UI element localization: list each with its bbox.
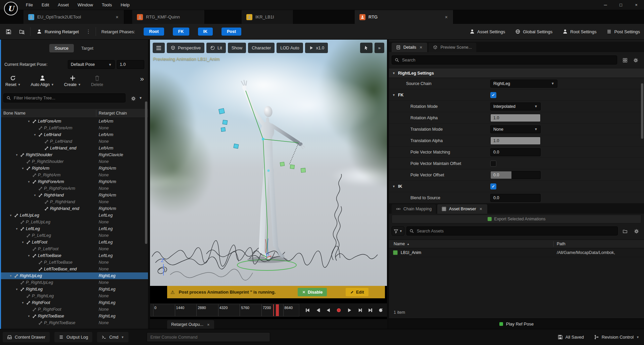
details-search-input[interactable] — [392, 58, 617, 62]
menu-file[interactable]: File — [21, 0, 37, 10]
play-reverse-button[interactable] — [324, 305, 333, 315]
asset-settings-button[interactable]: Asset Settings — [469, 29, 505, 34]
source-chain-dropdown[interactable]: RightLeg▼ — [490, 80, 557, 88]
global-settings-button[interactable]: Global Settings — [515, 29, 552, 34]
editor-tab-rtg[interactable]: RTG× — [355, 10, 453, 24]
bone-row-rightforearm[interactable]: ▼RightForeArmRightArm — [0, 178, 148, 185]
editor-tab-ikr-lb1i[interactable]: IKR_LB1I — [242, 10, 293, 24]
menu-tools[interactable]: Tools — [97, 0, 116, 10]
browse-folder-button[interactable] — [621, 227, 629, 235]
playhead[interactable] — [276, 304, 279, 316]
asset-search-input[interactable] — [407, 229, 617, 233]
hierarchy-filter-input[interactable] — [4, 96, 125, 100]
phase-root-button[interactable]: Root — [144, 28, 164, 36]
menu-asset[interactable]: Asset — [53, 0, 73, 10]
disable-button[interactable]: Disable — [298, 288, 327, 296]
delete-button[interactable]: Delete — [91, 75, 103, 87]
bone-row-leftupleg[interactable]: ▼LeftUpLegLeftLeg — [0, 212, 148, 219]
editor-tab-rtg-kmf-quinn[interactable]: RTG_KMF-Quinn — [132, 10, 205, 24]
column-path[interactable]: Path — [557, 242, 565, 246]
bone-row-p-rightshoulder[interactable]: P_RightShoulderNone — [0, 158, 148, 165]
expand-arrow-icon[interactable]: ▼ — [15, 154, 20, 157]
pole-vector-maintain-offset-checkbox[interactable] — [490, 161, 496, 167]
record-button[interactable] — [334, 305, 344, 315]
tab-source[interactable]: Source — [49, 44, 74, 52]
close-icon[interactable]: × — [479, 206, 483, 212]
go-to-start-button[interactable] — [303, 305, 312, 315]
vp-lod-auto-button[interactable]: LOD Auto — [277, 43, 303, 53]
chevron-down-icon[interactable]: ▼ — [392, 185, 395, 188]
export-selected-animations-button[interactable]: Export Selected Animations — [392, 215, 641, 223]
bone-row-leftleg[interactable]: ▼LeftLegLeftLeg — [0, 225, 148, 232]
close-icon[interactable]: × — [419, 45, 423, 50]
rotation-alpha-slider[interactable]: 1.0 — [490, 114, 541, 122]
pose-scale-field[interactable]: 1.0 — [117, 60, 144, 69]
content-drawer-button[interactable]: Content Drawer — [3, 332, 50, 342]
rotation-mode-dropdown[interactable]: Interpolated▼ — [490, 102, 541, 111]
details-scrollbar[interactable] — [641, 83, 643, 139]
loop-button[interactable] — [376, 305, 386, 315]
menu-help[interactable]: Help — [116, 0, 134, 10]
timeline-ruler[interactable]: 0144028804320576072008640 — [151, 304, 299, 316]
editor-tab-eu-optitrack2uetool[interactable]: EU_OptiTrack2UETool× — [23, 10, 124, 24]
bone-row-p-leftfoot[interactable]: P_LeftFootNone — [0, 246, 148, 252]
ik-target-cubes-cyan[interactable] — [219, 108, 239, 148]
menu-edit[interactable]: Edit — [37, 0, 53, 10]
bone-row-p-rightleg[interactable]: P_RightLegNone — [0, 293, 148, 299]
reset-button[interactable]: Reset▼ — [5, 75, 21, 87]
close-icon[interactable]: × — [444, 14, 448, 20]
expand-arrow-icon[interactable]: ▼ — [34, 133, 38, 136]
retarget-output-tab[interactable]: Retarget Outpu... × — [167, 320, 214, 329]
step-back-button[interactable] — [313, 305, 323, 315]
translation-alpha-slider[interactable]: 1.0 — [490, 137, 541, 145]
vp-perspective-button[interactable]: Perspective — [167, 43, 204, 53]
bone-row-p-lefthand[interactable]: P_LeftHandNone — [0, 138, 148, 145]
bone-row-p-rightforearm[interactable]: P_RightForeArmNone — [0, 185, 148, 192]
expand-arrow-icon[interactable]: ▼ — [15, 288, 20, 291]
vp-x1-0-button[interactable]: x1.0 — [305, 43, 328, 53]
step-forward-button[interactable] — [355, 305, 364, 315]
toolbar-overflow-button[interactable]: » — [140, 75, 144, 83]
tab-details[interactable]: Details × — [392, 43, 427, 52]
edit-button[interactable]: Edit — [346, 288, 368, 296]
revision-control-button[interactable]: Revision Control ▼ — [594, 335, 639, 340]
close-button[interactable]: × — [629, 0, 644, 10]
column-bone-name[interactable]: Bone Name — [3, 111, 26, 116]
tab-preview-scene[interactable]: Preview Scene... — [429, 43, 476, 52]
bone-row-lefttoebase-end[interactable]: LeftToeBase_endNone — [0, 266, 148, 272]
bone-row-rightshoulder[interactable]: ▼RightShoulderRightClavicle — [0, 152, 148, 158]
expand-arrow-icon[interactable]: ▼ — [15, 227, 20, 230]
tab-asset-browser[interactable]: Asset Browser× — [437, 204, 487, 214]
bone-row-p-lefttoebase[interactable]: P_LeftToeBaseNone — [0, 259, 148, 266]
output-log-button[interactable]: Output Log — [54, 332, 92, 342]
bone-row-rightfoot[interactable]: ▼RightFootRightLeg — [0, 299, 148, 306]
tree-scrollbar[interactable] — [145, 101, 147, 244]
save-button[interactable] — [3, 27, 13, 37]
column-retarget-chain[interactable]: Retarget Chain — [99, 111, 127, 116]
bone-row-rightupleg[interactable]: ▼RightUpLegRightLeg — [0, 272, 148, 279]
retarget-pose-dropdown[interactable]: Default Pose▼ — [68, 60, 115, 69]
bone-row-leftfoot[interactable]: ▼LeftFootLeftLeg — [0, 239, 148, 246]
blend-to-source-field[interactable]: 0.0 — [490, 194, 541, 202]
chevron-down-icon[interactable]: ▼ — [392, 93, 395, 97]
tab-target[interactable]: Target — [76, 44, 99, 52]
expand-arrow-icon[interactable]: ▼ — [9, 274, 14, 277]
character-mannequin[interactable] — [241, 80, 305, 258]
bone-row-righthand-end[interactable]: RightHand_endRightArm — [0, 205, 148, 212]
console-command-input[interactable] — [147, 335, 270, 340]
bone-row-rightarm[interactable]: ▼RightArmRightArm — [0, 165, 148, 172]
asset-row-lb1i-anim[interactable]: LB1I_Anim/All/Game/MocapData/Lombok, — [389, 248, 644, 257]
viewport-overflow-button[interactable]: » — [375, 43, 384, 53]
pole-vector-matching-field[interactable]: 0.0 — [490, 148, 541, 156]
auto-align-button[interactable]: Auto Align▼ — [31, 75, 54, 87]
running-retarget-button[interactable]: Running Retarget — [34, 27, 82, 36]
fk-checkbox[interactable]: ✓ — [490, 92, 496, 98]
expand-arrow-icon[interactable]: ▼ — [28, 180, 32, 183]
phase-post-button[interactable]: Post — [221, 28, 241, 36]
chevron-down-icon[interactable]: ▼ — [139, 96, 142, 100]
bone-row-p-leftforearm[interactable]: P_LeftForeArmNone — [0, 125, 148, 131]
play-ref-pose-button[interactable]: Play Ref Pose — [389, 318, 644, 329]
minimize-button[interactable]: ─ — [598, 0, 613, 10]
column-name[interactable]: Name▲ — [394, 242, 409, 246]
bone-row-p-righttoebase[interactable]: P_RightToeBaseNone — [0, 319, 148, 326]
